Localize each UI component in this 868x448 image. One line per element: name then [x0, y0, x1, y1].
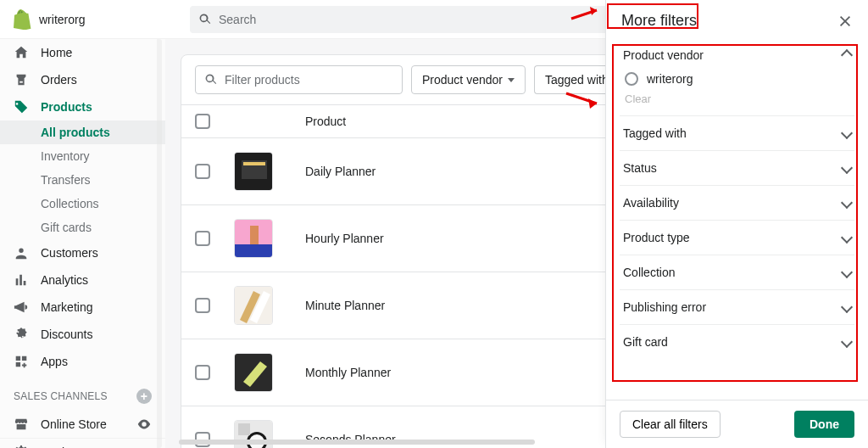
- row-checkbox[interactable]: [195, 365, 210, 380]
- close-icon[interactable]: [837, 14, 853, 29]
- filter-section-tagged: Tagged with: [620, 116, 854, 151]
- nav-customers[interactable]: Customers: [0, 239, 165, 266]
- select-all-checkbox[interactable]: [195, 114, 210, 129]
- chevron-down-icon: [841, 197, 853, 209]
- svg-rect-14: [238, 423, 250, 435]
- discount-icon: [14, 327, 29, 342]
- filter-section-product-type: Product type: [620, 221, 854, 255]
- gear-icon: [14, 445, 29, 448]
- nav-settings[interactable]: Settings: [0, 439, 165, 448]
- chevron-down-icon: [841, 127, 853, 139]
- orders-icon: [14, 72, 29, 87]
- filter-section-vendor: Product vendor writerorg Clear: [620, 38, 854, 116]
- channel-label: Online Store: [41, 417, 107, 431]
- panel-title: More filters: [621, 12, 697, 30]
- product-thumbnail: [234, 152, 273, 191]
- radio-icon: [625, 72, 638, 86]
- nav-label: Discounts: [41, 328, 92, 341]
- nav-label: Apps: [41, 355, 68, 368]
- filter-products-input[interactable]: Filter products: [195, 65, 403, 94]
- more-filters-panel: More filters Product vendor writerorg Cl…: [605, 0, 868, 448]
- search-placeholder: Search: [219, 13, 256, 26]
- filter-section-status: Status: [620, 151, 854, 186]
- filter-section-toggle[interactable]: Product vendor: [623, 48, 851, 62]
- vendor-option-writerorg[interactable]: writerorg: [625, 70, 849, 92]
- subnav-inventory[interactable]: Inventory: [0, 144, 165, 168]
- filter-section-toggle[interactable]: Availability: [623, 196, 851, 210]
- nav-label: Customers: [41, 246, 98, 260]
- clear-all-filters-button[interactable]: Clear all filters: [620, 411, 721, 438]
- channels-header: SALES CHANNELS +: [0, 375, 165, 411]
- row-checkbox[interactable]: [195, 231, 210, 246]
- subnav-giftcards[interactable]: Gift cards: [0, 216, 165, 239]
- sidebar: Home Orders Products All products Invent…: [0, 39, 165, 448]
- nav-analytics[interactable]: Analytics: [0, 266, 165, 294]
- product-thumbnail: [234, 353, 273, 392]
- nav-apps[interactable]: Apps: [0, 348, 165, 375]
- filter-section-toggle[interactable]: Collection: [623, 266, 851, 279]
- product-thumbnail: [234, 286, 273, 325]
- tag-icon: [14, 99, 29, 115]
- store-icon: [14, 417, 29, 432]
- nav-discounts[interactable]: Discounts: [0, 321, 165, 348]
- chevron-up-icon: [841, 49, 853, 61]
- filter-section-toggle[interactable]: Tagged with: [623, 126, 851, 140]
- nav-label: Home: [41, 46, 72, 59]
- done-button[interactable]: Done: [794, 411, 854, 438]
- search-icon: [198, 13, 212, 26]
- subnav-collections[interactable]: Collections: [0, 192, 165, 216]
- store-name: writerorg: [39, 13, 85, 26]
- filter-section-toggle[interactable]: Publishing error: [623, 300, 851, 314]
- row-checkbox[interactable]: [195, 164, 210, 179]
- nav-orders[interactable]: Orders: [0, 66, 165, 93]
- search-icon: [204, 73, 218, 87]
- filter-section-toggle[interactable]: Gift card: [623, 335, 851, 349]
- svg-rect-4: [235, 244, 272, 258]
- eye-icon[interactable]: [136, 417, 152, 432]
- product-vendor-filter-btn[interactable]: Product vendor: [411, 65, 526, 94]
- analytics-icon: [14, 272, 29, 288]
- nav-label: Orders: [41, 73, 77, 87]
- chevron-down-icon: [841, 162, 853, 174]
- clear-vendor-link[interactable]: Clear: [625, 92, 849, 105]
- shopify-logo-icon: [14, 9, 32, 30]
- chevron-down-icon: [841, 266, 853, 278]
- filter-section-giftcard: Gift card: [620, 325, 854, 359]
- chevron-down-icon: [841, 336, 853, 348]
- nav-home[interactable]: Home: [0, 39, 165, 66]
- channel-online-store[interactable]: Online Store: [0, 411, 165, 438]
- filter-section-toggle[interactable]: Product type: [623, 231, 851, 244]
- chevron-down-icon: [508, 78, 515, 82]
- apps-icon: [14, 354, 29, 369]
- megaphone-icon: [14, 300, 29, 315]
- nav-label: Products: [41, 100, 92, 114]
- filter-section-availability: Availability: [620, 186, 854, 221]
- nav-label: Marketing: [41, 300, 92, 314]
- row-checkbox[interactable]: [195, 298, 210, 313]
- subnav-transfers[interactable]: Transfers: [0, 168, 165, 192]
- filter-placeholder: Filter products: [225, 73, 300, 87]
- subnav-all-products[interactable]: All products: [0, 120, 165, 144]
- store-switcher[interactable]: writerorg: [0, 9, 188, 30]
- home-icon: [14, 45, 29, 60]
- chevron-down-icon: [841, 301, 853, 313]
- product-thumbnail: [234, 219, 273, 258]
- svg-rect-5: [250, 226, 259, 244]
- nav-marketing[interactable]: Marketing: [0, 294, 165, 321]
- svg-rect-2: [243, 162, 265, 165]
- filter-section-pub-error: Publishing error: [620, 290, 854, 325]
- filter-section-toggle[interactable]: Status: [623, 161, 851, 175]
- add-channel-button[interactable]: +: [136, 389, 152, 404]
- chevron-down-icon: [841, 232, 853, 244]
- filter-section-collection: Collection: [620, 255, 854, 290]
- horizontal-scrollbar[interactable]: [179, 440, 535, 445]
- nav-products[interactable]: Products: [0, 93, 165, 120]
- nav-label: Analytics: [41, 273, 88, 287]
- customers-icon: [14, 245, 29, 260]
